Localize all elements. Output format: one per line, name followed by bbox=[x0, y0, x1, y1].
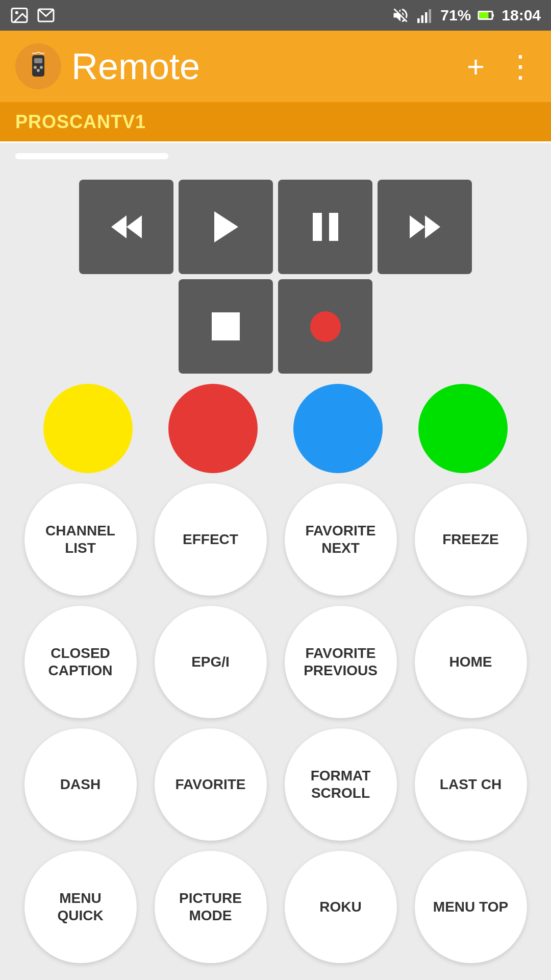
status-left-icons bbox=[10, 6, 55, 24]
red-button[interactable] bbox=[168, 384, 258, 473]
app-bar: Remote + ⋮ bbox=[0, 31, 551, 102]
svg-rect-4 bbox=[421, 15, 424, 23]
status-time: 18:04 bbox=[502, 7, 541, 24]
svg-rect-3 bbox=[417, 18, 420, 23]
rewind-button[interactable] bbox=[79, 180, 173, 274]
epg-button[interactable]: EPG/I bbox=[155, 606, 267, 718]
svg-point-1 bbox=[15, 11, 18, 14]
svg-rect-11 bbox=[34, 58, 42, 63]
gallery-icon bbox=[10, 6, 29, 24]
svg-rect-9 bbox=[492, 14, 494, 17]
svg-rect-19 bbox=[329, 213, 338, 241]
play-icon bbox=[212, 210, 240, 243]
remote-icon bbox=[23, 51, 54, 82]
battery-icon bbox=[477, 6, 495, 24]
favorite-next-button[interactable]: FAVORITE NEXT bbox=[285, 483, 397, 596]
main-content: CHANNEL LIST EFFECT FAVORITE NEXT FREEZE… bbox=[0, 159, 551, 980]
tab-label[interactable]: PROSCANTV1 bbox=[15, 111, 146, 133]
svg-rect-18 bbox=[313, 213, 322, 241]
svg-rect-5 bbox=[425, 12, 428, 23]
scroll-indicator bbox=[15, 153, 168, 159]
transport-row-2 bbox=[15, 279, 536, 374]
dash-button[interactable]: DASH bbox=[24, 728, 137, 841]
mail-icon bbox=[37, 6, 55, 24]
last-ch-button[interactable]: LAST CH bbox=[415, 728, 527, 841]
svg-marker-16 bbox=[127, 215, 142, 238]
svg-rect-8 bbox=[480, 12, 489, 18]
format-scroll-button[interactable]: FORMAT SCROLL bbox=[285, 728, 397, 841]
svg-marker-20 bbox=[410, 215, 425, 238]
svg-marker-21 bbox=[425, 215, 440, 238]
blue-button[interactable] bbox=[293, 384, 383, 473]
svg-point-23 bbox=[310, 311, 341, 342]
picture-mode-button[interactable]: PICTURE MODE bbox=[155, 851, 267, 963]
fast-forward-button[interactable] bbox=[378, 180, 472, 274]
record-icon bbox=[305, 306, 346, 347]
battery-percentage: 71% bbox=[440, 7, 471, 24]
pause-button[interactable] bbox=[278, 180, 372, 274]
status-bar: 71% 18:04 bbox=[0, 0, 551, 31]
stop-button[interactable] bbox=[179, 279, 273, 374]
color-buttons-row bbox=[15, 384, 536, 473]
freeze-button[interactable]: FREEZE bbox=[415, 483, 527, 596]
tab-bar: PROSCANTV1 bbox=[0, 102, 551, 143]
svg-point-14 bbox=[37, 69, 40, 72]
svg-point-13 bbox=[40, 66, 43, 69]
channel-list-button[interactable]: CHANNEL LIST bbox=[24, 483, 137, 596]
yellow-button[interactable] bbox=[43, 384, 133, 473]
menu-quick-button[interactable]: MENU QUICK bbox=[24, 851, 137, 963]
play-button[interactable] bbox=[179, 180, 273, 274]
transport-row-1 bbox=[15, 180, 536, 274]
effect-button[interactable]: EFFECT bbox=[155, 483, 267, 596]
svg-marker-15 bbox=[111, 215, 127, 238]
app-bar-left: Remote bbox=[15, 43, 200, 89]
closed-caption-button[interactable]: CLOSED CAPTION bbox=[24, 606, 137, 718]
favorite-button[interactable]: FAVORITE bbox=[155, 728, 267, 841]
remote-buttons-grid: CHANNEL LIST EFFECT FAVORITE NEXT FREEZE… bbox=[15, 483, 536, 963]
roku-button[interactable]: ROKU bbox=[285, 851, 397, 963]
app-bar-right: + ⋮ bbox=[467, 48, 536, 84]
menu-top-button[interactable]: MENU TOP bbox=[415, 851, 527, 963]
menu-button[interactable]: ⋮ bbox=[505, 48, 536, 84]
app-title: Remote bbox=[71, 45, 200, 87]
svg-marker-17 bbox=[214, 211, 238, 242]
svg-rect-6 bbox=[429, 9, 432, 23]
mute-icon bbox=[391, 6, 410, 24]
fast-forward-icon bbox=[407, 213, 443, 241]
pause-icon bbox=[310, 210, 341, 243]
favorite-previous-button[interactable]: FAVORITE PREVIOUS bbox=[285, 606, 397, 718]
stop-icon bbox=[207, 307, 245, 346]
signal-icon bbox=[416, 6, 434, 24]
svg-rect-22 bbox=[212, 312, 240, 340]
home-button[interactable]: HOME bbox=[415, 606, 527, 718]
app-icon bbox=[15, 43, 61, 89]
green-button[interactable] bbox=[418, 384, 508, 473]
rewind-icon bbox=[109, 213, 144, 241]
record-button[interactable] bbox=[278, 279, 372, 374]
svg-point-12 bbox=[34, 66, 37, 69]
status-right-icons: 71% 18:04 bbox=[391, 6, 541, 24]
add-button[interactable]: + bbox=[467, 49, 485, 84]
